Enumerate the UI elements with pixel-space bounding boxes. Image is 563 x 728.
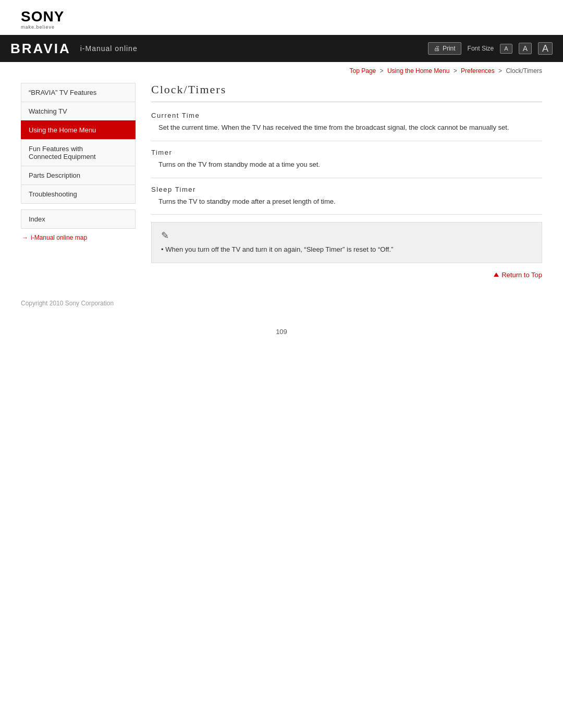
font-size-label: Font Size xyxy=(468,45,494,52)
sidebar-item-fun-features[interactable]: Fun Features withConnected Equipment xyxy=(21,139,136,166)
print-label: Print xyxy=(443,45,456,52)
page-title: Clock/Timers xyxy=(151,83,542,102)
return-to-top-link[interactable]: Return to Top xyxy=(494,271,542,279)
section-title-current-time: Current Time xyxy=(151,112,542,119)
copyright-text: Copyright 2010 Sony Corporation xyxy=(21,300,114,307)
section-title-sleep-timer: Sleep Timer xyxy=(151,186,542,193)
sidebar-item-index[interactable]: Index xyxy=(21,209,136,229)
sidebar-item-watching-tv[interactable]: Watching TV xyxy=(21,102,136,121)
sidebar: “BRAVIA” TV Features Watching TV Using t… xyxy=(21,78,136,284)
footer: Copyright 2010 Sony Corporation xyxy=(0,284,563,307)
sidebar-divider xyxy=(21,203,136,209)
sidebar-item-bravia-features[interactable]: “BRAVIA” TV Features xyxy=(21,83,136,102)
font-size-small-button[interactable]: A xyxy=(500,44,512,54)
section-sleep-timer: Sleep Timer Turns the TV to standby mode… xyxy=(151,186,542,215)
note-box: ✎ When you turn off the TV and turn it o… xyxy=(151,222,542,263)
arrow-right-icon: → xyxy=(22,234,28,241)
note-list: When you turn off the TV and turn it on … xyxy=(161,244,532,255)
triangle-up-icon xyxy=(494,273,499,277)
breadcrumb-current: Clock/Timers xyxy=(506,67,542,75)
breadcrumb-preferences[interactable]: Preferences xyxy=(461,67,495,75)
section-desc-current-time: Set the current time. When the TV has re… xyxy=(151,122,542,133)
print-button[interactable]: 🖨 Print xyxy=(428,42,461,55)
page-number: 109 xyxy=(0,307,563,346)
sony-logo: SONY xyxy=(21,9,542,24)
breadcrumb-top-page[interactable]: Top Page xyxy=(350,67,376,75)
breadcrumb: Top Page > Using the Home Menu > Prefere… xyxy=(0,62,563,78)
sidebar-item-troubleshooting[interactable]: Troubleshooting xyxy=(21,184,136,204)
top-bar: BRAVIA i-Manual online 🖨 Print Font Size… xyxy=(0,35,563,62)
bravia-title: BRAVIA i-Manual online xyxy=(10,41,138,57)
sidebar-item-using-home-menu[interactable]: Using the Home Menu xyxy=(21,120,136,140)
section-timer: Timer Turns on the TV from standby mode … xyxy=(151,149,542,178)
bravia-brand: BRAVIA xyxy=(10,41,71,57)
map-link-label: i-Manual online map xyxy=(31,234,87,241)
sony-tagline: make.believe xyxy=(21,24,542,30)
logo-area: SONY make.believe xyxy=(0,0,563,35)
note-icon: ✎ xyxy=(161,230,532,241)
imanual-subtitle: i-Manual online xyxy=(80,44,138,53)
top-bar-controls: 🖨 Print Font Size A A A xyxy=(428,42,553,55)
section-desc-sleep-timer: Turns the TV to standby mode after a pre… xyxy=(151,196,542,207)
section-title-timer: Timer xyxy=(151,149,542,156)
breadcrumb-using-home-menu[interactable]: Using the Home Menu xyxy=(387,67,449,75)
font-size-medium-button[interactable]: A xyxy=(519,43,532,54)
return-top-area: Return to Top xyxy=(151,263,542,284)
note-list-item: When you turn off the TV and turn it on … xyxy=(161,244,532,255)
section-desc-timer: Turns on the TV from standby mode at a t… xyxy=(151,159,542,170)
print-icon: 🖨 xyxy=(434,45,440,52)
sidebar-item-parts-description[interactable]: Parts Description xyxy=(21,166,136,185)
content-area: Clock/Timers Current Time Set the curren… xyxy=(136,78,542,284)
imanual-map-link[interactable]: → i-Manual online map xyxy=(21,229,136,246)
return-to-top-label: Return to Top xyxy=(501,271,542,279)
section-current-time: Current Time Set the current time. When … xyxy=(151,112,542,141)
font-size-large-button[interactable]: A xyxy=(538,42,553,55)
main-layout: “BRAVIA” TV Features Watching TV Using t… xyxy=(0,78,563,284)
